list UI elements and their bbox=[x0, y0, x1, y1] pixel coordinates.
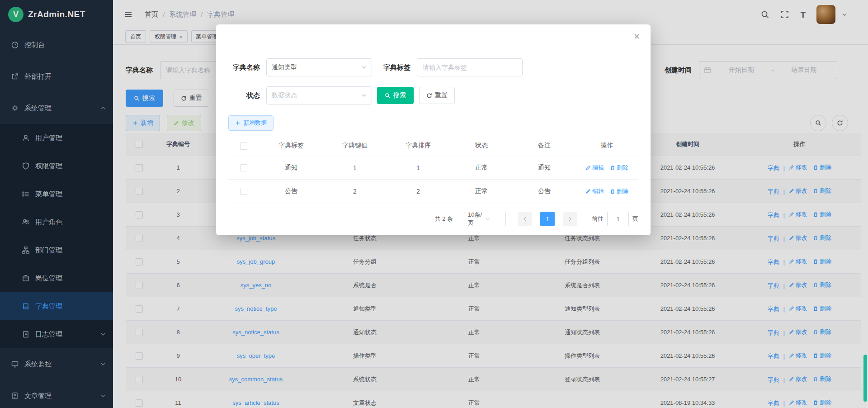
goto-unit-label: 页 bbox=[632, 215, 638, 223]
edit-link[interactable]: 编辑 bbox=[585, 187, 604, 195]
modal-reset-button-label: 重置 bbox=[435, 91, 448, 100]
header-actions: 操作 bbox=[576, 136, 638, 156]
scrollbar-thumb[interactable] bbox=[863, 355, 867, 402]
cell-actions: 编辑 删除 bbox=[576, 180, 638, 203]
cell-dict-sort: 2 bbox=[387, 180, 450, 203]
delete-link[interactable]: 删除 bbox=[610, 164, 628, 172]
modal-filter-row-1: 字典名称 通知类型 字典标签 bbox=[228, 58, 638, 76]
edit-link-label: 编辑 bbox=[592, 187, 604, 195]
dict-data-table: 字典标签 字典键值 字典排序 状态 备注 操作 通知 1 1 正常 通知 编辑 … bbox=[228, 136, 638, 203]
dict-data-dialog: × 字典名称 通知类型 字典标签 状态 数据状态 搜索 重置 bbox=[216, 24, 651, 235]
modal-search-button[interactable]: 搜索 bbox=[377, 87, 414, 104]
cell-actions: 编辑 删除 bbox=[576, 156, 638, 180]
status-select[interactable]: 数据状态 bbox=[266, 86, 372, 104]
dict-name-select-value: 通知类型 bbox=[272, 63, 361, 71]
edit-link-label: 编辑 bbox=[592, 164, 604, 172]
cell-status: 正常 bbox=[450, 156, 513, 180]
next-page-button[interactable] bbox=[563, 212, 577, 226]
cell-dict-value: 1 bbox=[323, 156, 387, 180]
close-icon[interactable]: × bbox=[634, 32, 640, 42]
row-checkbox-cell bbox=[228, 156, 259, 180]
pagination: 共 2 条 10条/页 1 前往 页 bbox=[228, 212, 638, 226]
prev-page-button[interactable] bbox=[518, 212, 532, 226]
goto-page-input[interactable] bbox=[607, 212, 629, 226]
dict-label-input[interactable] bbox=[417, 58, 523, 76]
chevron-down-icon bbox=[485, 217, 502, 222]
modal-status-label: 状态 bbox=[228, 91, 260, 100]
delete-link[interactable]: 删除 bbox=[610, 187, 628, 195]
header-status: 状态 bbox=[450, 136, 513, 156]
modal-dict-name-label: 字典名称 bbox=[228, 63, 260, 72]
cell-dict-label: 公告 bbox=[259, 180, 323, 203]
modal-filter-row-2: 状态 数据状态 搜索 重置 bbox=[228, 86, 638, 104]
delete-link-label: 删除 bbox=[617, 187, 628, 195]
cell-dict-label: 通知 bbox=[259, 156, 323, 180]
cell-dict-value: 2 bbox=[323, 180, 387, 203]
page-size-value: 10条/页 bbox=[468, 211, 485, 227]
modal-table-row: 公告 2 2 正常 公告 编辑 删除 bbox=[228, 180, 638, 203]
page-size-select[interactable]: 10条/页 bbox=[464, 212, 506, 226]
pagination-total: 共 2 条 bbox=[435, 215, 453, 223]
modal-dict-label-label: 字典标签 bbox=[379, 63, 410, 72]
status-select-placeholder: 数据状态 bbox=[272, 91, 361, 100]
cell-remark: 公告 bbox=[513, 180, 576, 203]
chevron-down-icon bbox=[361, 93, 367, 98]
header-dict-sort: 字典排序 bbox=[387, 136, 450, 156]
app-root: V ZrAdmin.NET 控制台 外部打开 系统管理 用户管理 bbox=[0, 0, 868, 408]
modal-reset-button[interactable]: 重置 bbox=[419, 87, 455, 104]
edit-link[interactable]: 编辑 bbox=[585, 164, 604, 172]
header-remark: 备注 bbox=[513, 136, 576, 156]
row-checkbox[interactable] bbox=[240, 188, 247, 195]
cell-remark: 通知 bbox=[513, 156, 576, 180]
cell-status: 正常 bbox=[450, 180, 513, 203]
delete-link-label: 删除 bbox=[617, 164, 628, 172]
add-data-button[interactable]: 新增数据 bbox=[228, 115, 274, 131]
row-checkbox[interactable] bbox=[240, 164, 247, 171]
modal-table-row: 通知 1 1 正常 通知 编辑 删除 bbox=[228, 156, 638, 180]
modal-table-header-row: 字典标签 字典键值 字典排序 状态 备注 操作 bbox=[228, 136, 638, 156]
chevron-down-icon bbox=[361, 65, 367, 70]
select-all-checkbox[interactable] bbox=[240, 142, 247, 150]
page-number-1[interactable]: 1 bbox=[540, 212, 555, 226]
header-dict-label: 字典标签 bbox=[259, 136, 323, 156]
add-data-button-label: 新增数据 bbox=[243, 119, 267, 127]
header-checkbox-cell bbox=[228, 136, 259, 156]
modal-search-button-label: 搜索 bbox=[393, 91, 406, 100]
goto-label: 前往 bbox=[592, 215, 604, 223]
row-checkbox-cell bbox=[228, 180, 259, 203]
cell-dict-sort: 1 bbox=[387, 156, 450, 180]
dict-name-select[interactable]: 通知类型 bbox=[266, 58, 372, 76]
header-dict-value: 字典键值 bbox=[323, 136, 387, 156]
